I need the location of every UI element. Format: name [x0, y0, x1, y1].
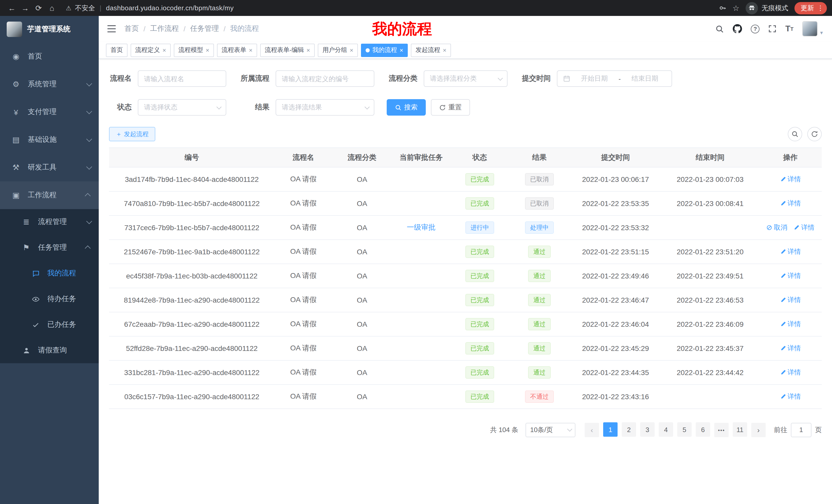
font-size-icon[interactable]: TT — [785, 24, 794, 33]
cell-name: OA 请假 — [275, 264, 332, 288]
back-icon[interactable]: ← — [5, 1, 19, 15]
pager-next-button[interactable]: › — [751, 423, 766, 437]
breadcrumb-item[interactable]: 首页 — [125, 24, 139, 33]
cancel-button[interactable]: 取消 — [766, 223, 787, 232]
detail-button[interactable]: 详情 — [780, 319, 801, 329]
close-icon[interactable]: × — [307, 47, 310, 53]
flag-icon: ⚑ — [21, 243, 32, 252]
cell-submit-time: 2022-01-22 23:49:46 — [570, 264, 661, 288]
sidebar-item-todo-tasks[interactable]: 待办任务 — [0, 286, 99, 312]
goto-page-input[interactable] — [791, 423, 811, 437]
browser-update-button[interactable]: 更新 ⋮ — [795, 2, 827, 14]
close-icon[interactable]: × — [206, 47, 209, 53]
tab-process-form-edit[interactable]: 流程表单-编辑× — [260, 44, 315, 57]
breadcrumb-item[interactable]: 工作流程 — [150, 24, 179, 33]
detail-button[interactable]: 详情 — [794, 223, 814, 232]
address-bar[interactable]: ⚠ 不安全 | dashboard.yudao.iocoder.cn/bpm/t… — [66, 3, 234, 12]
process-name-input[interactable] — [144, 75, 220, 82]
tab-process-form[interactable]: 流程表单× — [217, 44, 257, 57]
current-task-link[interactable]: 一级审批 — [407, 223, 436, 231]
refresh-icon-button[interactable] — [807, 127, 822, 141]
detail-button[interactable]: 详情 — [780, 368, 801, 377]
detail-button[interactable]: 详情 — [780, 271, 801, 281]
tab-my-process[interactable]: 我的流程× — [361, 44, 408, 57]
home-icon[interactable]: ⌂ — [45, 1, 59, 15]
password-key-icon[interactable] — [719, 4, 726, 12]
sidebar-item-devtools[interactable]: ⚒ 研发工具 — [0, 153, 99, 181]
close-icon[interactable]: × — [443, 47, 446, 53]
start-process-button[interactable]: ＋ 发起流程 — [109, 127, 155, 141]
close-icon[interactable]: × — [399, 47, 403, 53]
browser-menu-icon[interactable]: ⋮ — [817, 4, 824, 12]
detail-button[interactable]: 详情 — [780, 199, 801, 208]
help-icon[interactable]: ? — [751, 24, 759, 33]
definition-label: 所属流程 — [239, 74, 269, 83]
app-logo[interactable]: 芋道管理系统 — [0, 16, 99, 43]
breadcrumb-item[interactable]: 任务管理 — [190, 24, 219, 33]
status-select[interactable]: 请选择状态 — [138, 99, 226, 116]
detail-button[interactable]: 详情 — [780, 344, 801, 353]
fullscreen-icon[interactable] — [768, 25, 777, 33]
sidebar-item-payment[interactable]: ¥ 支付管理 — [0, 98, 99, 126]
tab-start-process[interactable]: 发起流程× — [411, 44, 451, 57]
tab-process-definition[interactable]: 流程定义× — [131, 44, 171, 57]
sidebar-item-home[interactable]: ◉ 首页 — [0, 43, 99, 71]
result-tag: 通过 — [528, 294, 551, 306]
sidebar-item-process-management[interactable]: ≣ 流程管理 — [0, 209, 99, 235]
reset-button[interactable]: 重置 — [431, 99, 470, 116]
process-definition-input[interactable] — [282, 75, 368, 82]
pager-prev-button[interactable]: ‹ — [585, 423, 599, 437]
sidebar-item-task-management[interactable]: ⚑ 任务管理 — [0, 235, 99, 260]
tab-user-group[interactable]: 用户分组× — [318, 44, 358, 57]
date-range-picker[interactable]: 开始日期 - 结束日期 — [557, 71, 672, 87]
tab-home[interactable]: 首页 — [106, 44, 128, 57]
search-button[interactable]: 搜索 — [387, 99, 426, 116]
column-header: 编号 — [109, 148, 275, 167]
detail-button[interactable]: 详情 — [780, 392, 801, 401]
search-icon[interactable] — [715, 24, 724, 33]
pager-page-3[interactable]: 3 — [640, 422, 655, 437]
chevron-down-icon — [216, 104, 222, 109]
pager-page-11[interactable]: 11 — [733, 422, 747, 437]
table-toolbar: ＋ 发起流程 — [109, 127, 822, 141]
chevron-down-icon — [86, 164, 92, 170]
pager-ellipsis[interactable]: ••• — [714, 423, 729, 437]
pager-page-5[interactable]: 5 — [677, 422, 692, 437]
page-size-select[interactable]: 10条/页 — [525, 423, 575, 437]
sidebar-item-label: 工作流程 — [28, 191, 57, 200]
pager-page-1[interactable]: 1 — [603, 422, 618, 437]
sidebar-item-leave-query[interactable]: 请假查询 — [0, 338, 99, 363]
sidebar-item-label: 任务管理 — [38, 243, 67, 252]
hide-search-icon-button[interactable] — [788, 127, 802, 141]
sidebar-item-done-tasks[interactable]: 已办任务 — [0, 312, 99, 338]
result-select[interactable]: 请选择流结果 — [276, 99, 374, 116]
sidebar-item-workflow[interactable]: ▣ 工作流程 — [0, 181, 99, 209]
result-tag: 通过 — [528, 270, 551, 282]
hamburger-icon[interactable] — [107, 25, 116, 32]
tab-process-model[interactable]: 流程模型× — [174, 44, 214, 57]
pager-page-2[interactable]: 2 — [622, 422, 636, 437]
sidebar-item-infrastructure[interactable]: ▤ 基础设施 — [0, 126, 99, 153]
pager-page-4[interactable]: 4 — [659, 422, 673, 437]
forward-icon[interactable]: → — [19, 1, 32, 15]
column-header: 当前审批任务 — [392, 148, 450, 167]
detail-button[interactable]: 详情 — [780, 175, 801, 184]
cell-result: 通过 — [509, 240, 570, 264]
pager-page-6[interactable]: 6 — [696, 422, 710, 437]
sidebar-item-system[interactable]: ⚙ 系统管理 — [0, 71, 99, 98]
chevron-down-icon — [86, 218, 92, 224]
close-icon[interactable]: × — [249, 47, 253, 53]
github-icon[interactable] — [733, 24, 742, 33]
close-icon[interactable]: × — [162, 47, 166, 53]
cell-end-time: 2022-01-22 23:45:37 — [661, 336, 759, 360]
bookmark-star-icon[interactable]: ☆ — [732, 3, 739, 12]
table-row: 67c2eaab-7b9a-11ec-a290-acde48001122OA 请… — [109, 312, 822, 336]
detail-button[interactable]: 详情 — [780, 296, 801, 305]
category-select[interactable]: 请选择流程分类 — [424, 71, 508, 87]
detail-button[interactable]: 详情 — [780, 247, 801, 256]
category-label: 流程分类 — [387, 74, 418, 83]
close-icon[interactable]: × — [350, 47, 353, 53]
sidebar-item-my-process[interactable]: 我的流程 — [0, 260, 99, 286]
user-menu[interactable]: ▼ — [802, 21, 824, 36]
reload-icon[interactable]: ⟳ — [32, 1, 45, 15]
